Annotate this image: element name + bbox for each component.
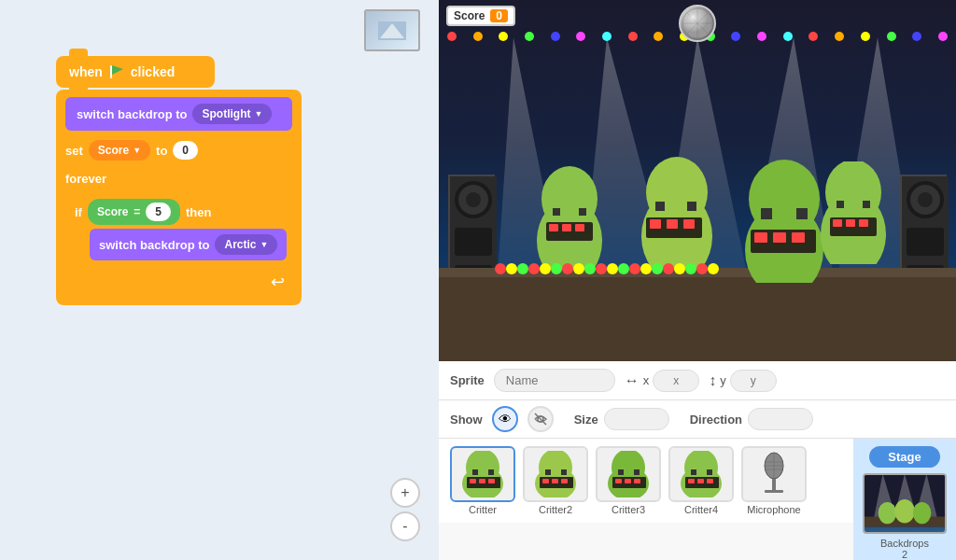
string-light — [696, 263, 708, 274]
y-coord-icon: ↕ — [709, 372, 716, 389]
right-panel: Score 0 — [439, 0, 956, 560]
zoom-out-button[interactable]: - — [390, 511, 420, 541]
light-bulb — [499, 32, 508, 41]
svg-rect-69 — [488, 479, 495, 483]
string-light — [573, 263, 584, 274]
sprite-name-field[interactable] — [494, 369, 615, 392]
stage-tab-label[interactable]: Stage — [869, 446, 939, 468]
thumbnail-image — [378, 21, 406, 40]
svg-rect-33 — [549, 224, 558, 231]
light-bulb — [654, 32, 663, 41]
svg-rect-78 — [545, 469, 551, 475]
svg-point-10 — [682, 8, 712, 38]
sprite-name-critter2: Critter2 — [539, 504, 572, 515]
string-light — [607, 263, 618, 274]
svg-rect-87 — [634, 469, 640, 475]
score-init-value[interactable]: 0 — [173, 141, 198, 160]
set-score-block[interactable]: set Score to 0 — [65, 136, 292, 164]
backdrop-2-dropdown[interactable]: Arctic — [215, 234, 277, 255]
switch-backdrop-spotlight-block[interactable]: switch backdrop to Spotlight — [65, 97, 292, 131]
sprite-thumb-critter4[interactable] — [668, 446, 734, 502]
string-light — [540, 263, 551, 274]
svg-point-19 — [466, 192, 481, 207]
show-row: Show 👁 Size Direction — [439, 400, 956, 439]
condition-block[interactable]: Score = 5 — [88, 199, 180, 225]
stage-backdrop — [439, 0, 956, 361]
svg-rect-37 — [579, 208, 586, 216]
svg-rect-70 — [472, 469, 478, 475]
direction-group: Direction — [690, 408, 813, 430]
show-label: Show — [450, 413, 483, 427]
sprite-item-critter2[interactable]: Critter2 — [523, 446, 588, 515]
string-light — [618, 263, 629, 274]
string-light — [495, 263, 506, 274]
svg-line-63 — [535, 413, 546, 425]
x-coord-field[interactable] — [653, 370, 699, 392]
string-light — [551, 263, 562, 274]
zoom-in-button[interactable]: + — [390, 478, 420, 508]
light-bulb — [783, 32, 793, 41]
if-block[interactable]: if Score = 5 then switch backdrop to Arc… — [65, 193, 292, 266]
svg-rect-96 — [691, 469, 696, 475]
light-bulb — [938, 32, 948, 41]
string-light — [708, 263, 719, 274]
sprite-name-critter3: Critter3 — [612, 504, 645, 515]
light-bulb — [912, 32, 921, 41]
compare-value[interactable]: 5 — [146, 203, 171, 221]
direction-field[interactable] — [748, 408, 813, 430]
blocks-area: when clicked switch backdrop to Spotligh… — [56, 56, 302, 305]
svg-point-25 — [918, 192, 933, 207]
svg-rect-76 — [552, 479, 558, 483]
sprite-item-critter1[interactable]: Critter — [450, 446, 515, 515]
sprite-thumb-critter1[interactable] — [450, 446, 515, 502]
sprite-thumb-critter2[interactable] — [523, 446, 588, 502]
flag-icon — [108, 63, 125, 80]
svg-rect-57 — [833, 219, 842, 227]
svg-rect-104 — [765, 490, 783, 493]
svg-rect-97 — [707, 469, 712, 475]
svg-rect-2 — [110, 65, 112, 78]
string-light — [584, 263, 596, 274]
sprite-thumb-critter3[interactable] — [596, 446, 661, 502]
light-bulb — [602, 32, 612, 41]
show-visible-button[interactable]: 👁 — [492, 406, 518, 432]
size-field[interactable] — [604, 408, 669, 430]
score-bar: Score 0 — [446, 6, 515, 26]
backdrop-1-dropdown[interactable]: Spotlight — [192, 104, 272, 124]
svg-rect-61 — [863, 201, 870, 208]
switch-backdrop-arctic-block[interactable]: switch backdrop to Arctic — [90, 229, 287, 260]
stage-backdrop-thumb[interactable] — [863, 473, 947, 534]
sprite-name-microphone: Microphone — [747, 504, 800, 515]
show-hidden-button[interactable] — [527, 406, 554, 432]
svg-rect-28 — [439, 268, 956, 361]
direction-label: Direction — [690, 413, 742, 427]
y-coord-field[interactable] — [730, 370, 777, 392]
y-label: y — [720, 373, 726, 387]
svg-rect-75 — [542, 479, 549, 483]
x-coord-icon: ↔ — [625, 372, 640, 389]
string-light — [562, 263, 573, 274]
then-label: then — [186, 205, 211, 219]
light-bulb — [551, 32, 560, 41]
sprite-thumb-microphone[interactable] — [741, 446, 807, 502]
light-bulb — [628, 32, 638, 41]
switch-backdrop-label-1: switch backdrop to — [77, 107, 187, 121]
svg-point-31 — [541, 166, 598, 231]
forever-label: forever — [65, 170, 292, 188]
when-label: when — [69, 64, 103, 79]
sprite-item-critter4[interactable]: Critter4 — [668, 446, 734, 515]
svg-rect-43 — [683, 219, 695, 229]
string-light — [596, 263, 607, 274]
svg-rect-51 — [792, 232, 805, 243]
svg-point-110 — [879, 502, 897, 524]
bottom-panel: Sprite ↔ x ↕ y Show 👁 — [439, 361, 956, 560]
score-value: 0 — [490, 9, 508, 22]
svg-point-112 — [913, 502, 932, 524]
sprite-item-microphone[interactable]: Microphone — [741, 446, 807, 515]
score-variable-dropdown[interactable]: Score — [89, 140, 150, 161]
when-flag-block[interactable]: when clicked — [56, 56, 215, 88]
string-light — [652, 263, 663, 274]
score-cond-label: Score — [97, 205, 128, 218]
sprite-item-critter3[interactable]: Critter3 — [596, 446, 661, 515]
svg-rect-59 — [859, 219, 868, 227]
